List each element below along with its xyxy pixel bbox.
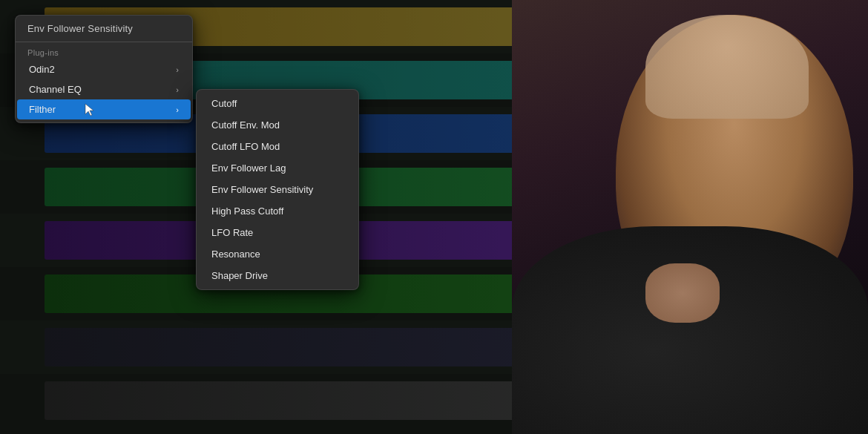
menu-item-channel-eq-label: Channel EQ (29, 84, 82, 95)
submenu-item-resonance-label: Resonance (211, 249, 260, 260)
chevron-right-icon-2: › (176, 85, 179, 94)
submenu-item-cutoff[interactable]: Cutoff (198, 93, 357, 114)
menu-item-filther[interactable]: Filther › (17, 99, 191, 119)
submenu-item-cutoff-label: Cutoff (211, 98, 237, 109)
submenu-item-env-follower-sensitivity-label: Env Follower Sensitivity (211, 184, 313, 195)
submenu-item-env-follower-lag-label: Env Follower Lag (211, 162, 286, 174)
primary-context-menu: Env Follower Sensitivity Plug-ins Odin2 … (15, 15, 193, 123)
submenu-item-env-follower-sensitivity[interactable]: Env Follower Sensitivity (198, 179, 357, 200)
menu-item-odin2-label: Odin2 (29, 64, 55, 75)
submenu-item-shaper-drive-label: Shaper Drive (211, 270, 268, 281)
submenu-item-env-follower-lag[interactable]: Env Follower Lag (198, 157, 357, 179)
menu-item-filther-label: Filther (29, 104, 56, 115)
chevron-right-icon-3: › (176, 105, 179, 114)
submenu-item-cutoff-lfo-mod-label: Cutoff LFO Mod (211, 141, 280, 152)
plugins-section-label: Plug-ins (16, 44, 192, 59)
cursor-icon (84, 102, 96, 117)
submenu-item-cutoff-env-mod[interactable]: Cutoff Env. Mod (198, 114, 357, 136)
menu-container: Env Follower Sensitivity Plug-ins Odin2 … (15, 15, 359, 290)
submenu-item-cutoff-lfo-mod[interactable]: Cutoff LFO Mod (198, 136, 357, 157)
menu-divider-1 (16, 42, 192, 42)
chevron-right-icon: › (176, 65, 179, 74)
menu-header: Env Follower Sensitivity (16, 19, 192, 40)
submenu-item-high-pass-cutoff[interactable]: High Pass Cutoff (198, 200, 357, 222)
person-image (512, 0, 868, 434)
menu-item-channel-eq[interactable]: Channel EQ › (17, 79, 191, 99)
submenu-item-resonance[interactable]: Resonance (198, 243, 357, 265)
submenu-item-lfo-rate[interactable]: LFO Rate (198, 222, 357, 243)
submenu-item-lfo-rate-label: LFO Rate (211, 227, 253, 238)
submenu-item-shaper-drive[interactable]: Shaper Drive (198, 265, 357, 286)
menu-item-odin2[interactable]: Odin2 › (17, 59, 191, 79)
submenu-item-cutoff-env-mod-label: Cutoff Env. Mod (211, 119, 280, 131)
submenu-item-high-pass-cutoff-label: High Pass Cutoff (211, 206, 283, 217)
filther-submenu: Cutoff Cutoff Env. Mod Cutoff LFO Mod En… (196, 89, 359, 290)
